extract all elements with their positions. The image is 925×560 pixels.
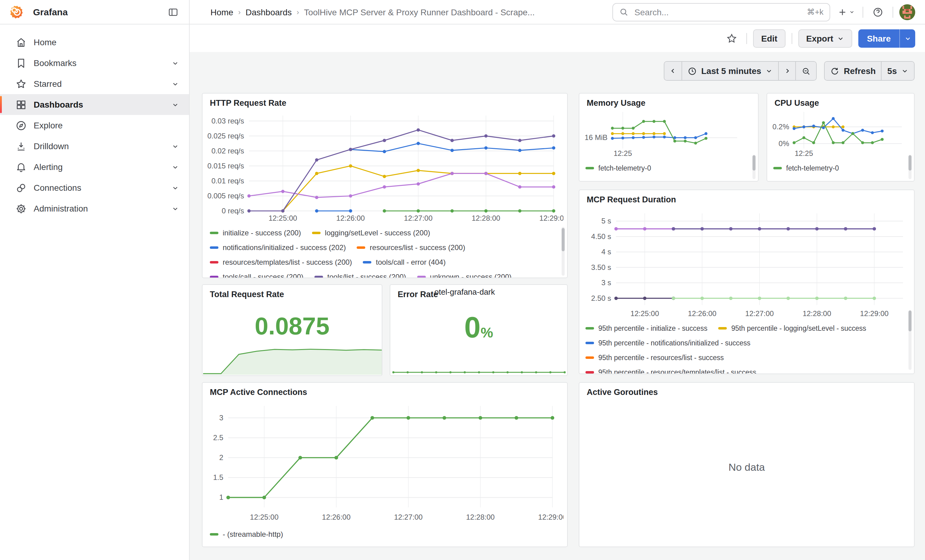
error-rate-sparkline[interactable] (391, 366, 567, 375)
chevron-left-icon (670, 67, 677, 75)
svg-text:0.015 req/s: 0.015 req/s (207, 162, 244, 170)
chevron-down-icon (848, 9, 855, 15)
panel-title[interactable]: MCP Active Connections (210, 387, 307, 397)
legend-item[interactable]: 95th percentile - initialize - success (586, 324, 708, 332)
breadcrumb-item[interactable]: ToolHive MCP Server & Proxy Runner Dashb… (304, 7, 535, 17)
legend-series-color-chip (363, 261, 372, 263)
legend-item[interactable]: notifications/initialized - success (202… (210, 243, 346, 252)
panel-title[interactable]: MCP Request Duration (587, 195, 676, 204)
legend-item[interactable]: - (streamable-http) (210, 530, 283, 539)
legend-item[interactable]: tools/list - success (200) (315, 273, 406, 278)
time-range-picker[interactable]: Last 5 minutes (682, 62, 779, 80)
sidebar-item-dashboards[interactable]: Dashboards (0, 94, 189, 115)
home-icon (15, 36, 27, 48)
top-nav: Grafana Home›Dashboards›ToolHive MCP Ser… (0, 0, 925, 24)
sidebar-item-administration[interactable]: Administration (0, 198, 189, 219)
legend-item[interactable]: logging/setLevel - success (200) (312, 229, 430, 237)
legend-series-color-chip (586, 371, 594, 374)
legend-series-color-chip (210, 246, 218, 249)
svg-text:0.025 req/s: 0.025 req/s (207, 132, 244, 140)
legend-scrollbar-thumb[interactable] (562, 228, 565, 251)
panel-title[interactable]: Memory Usage (587, 98, 645, 108)
legend-item[interactable]: 95th percentile - logging/setLevel - suc… (719, 324, 866, 332)
legend-series-label: resources/list - success (200) (370, 243, 465, 252)
zoom-out-button[interactable] (795, 62, 817, 80)
add-new-button[interactable] (836, 7, 856, 17)
refresh-interval-select[interactable]: 5s (881, 62, 914, 80)
breadcrumb-item[interactable]: Dashboards (246, 7, 292, 17)
svg-text:3: 3 (219, 414, 223, 422)
duration-legend: 95th percentile - initialize - success95… (586, 321, 902, 374)
search-icon (619, 8, 628, 17)
legend-scrollbar-thumb[interactable] (908, 155, 911, 171)
legend-series-color-chip (586, 356, 594, 359)
gear-icon (15, 203, 27, 215)
legend-item[interactable]: fetch-telemetry-0 (586, 164, 651, 172)
panel-title[interactable]: HTTP Request Rate (210, 98, 286, 108)
search-input[interactable] (633, 6, 802, 17)
clock-icon (688, 66, 697, 75)
sidebar-item-explore[interactable]: Explore (0, 115, 189, 136)
svg-text:0.03 req/s: 0.03 req/s (211, 117, 244, 125)
legend-item[interactable]: resources/list - success (200) (357, 243, 465, 252)
legend-row: initialize - success (200)logging/setLev… (210, 225, 554, 240)
sidebar-item-alerting[interactable]: Alerting (0, 156, 189, 177)
favorite-star-button[interactable] (723, 30, 741, 47)
sidebar-item-label: Bookmarks (34, 58, 77, 68)
no-data-message: No data (579, 461, 914, 473)
chevron-down-icon (171, 204, 179, 212)
breadcrumb-item[interactable]: Home (211, 7, 234, 17)
legend-item[interactable]: initialize - success (200) (210, 229, 301, 237)
legend-series-label: fetch-telemetry-0 (598, 164, 651, 172)
refresh-button[interactable]: Refresh (825, 62, 881, 80)
legend-item[interactable]: tools/call - success (200) (210, 273, 303, 278)
legend-item[interactable]: fetch-telemetry-0 (773, 164, 839, 172)
svg-text:4.50 s: 4.50 s (591, 232, 611, 240)
dashboard-toolbar: Edit Export Share (190, 24, 925, 52)
sidebar-item-starred[interactable]: Starred (0, 74, 189, 94)
sidebar-item-label: Dashboards (34, 100, 83, 110)
memory-usage-chart[interactable]: 16 MiB12:25 (582, 108, 754, 159)
edit-button[interactable]: Edit (753, 29, 785, 47)
legend-scrollbar-thumb[interactable] (908, 311, 911, 331)
star-icon (726, 33, 738, 44)
sidebar-item-home[interactable]: Home (0, 32, 189, 53)
legend-item[interactable]: 95th percentile - resources/templates/li… (586, 369, 756, 374)
cpu-legend: fetch-telemetry-0 (773, 161, 850, 178)
svg-text:12:26:00: 12:26:00 (322, 513, 351, 521)
legend-item[interactable]: resources/templates/list - success (200) (210, 258, 352, 267)
panel-title[interactable]: Active Goroutines (587, 387, 658, 397)
legend-scrollbar-thumb[interactable] (752, 155, 756, 171)
grafana-logo-icon[interactable] (10, 5, 24, 19)
cpu-usage-chart[interactable]: 0.2%0%12:25 (770, 108, 910, 159)
user-avatar[interactable] (899, 4, 915, 20)
legend-item[interactable]: tools/call - error (404) (363, 258, 446, 267)
sidebar-item-bookmarks[interactable]: Bookmarks (0, 53, 189, 74)
panel-title[interactable]: Total Request Rate (210, 290, 284, 299)
legend-item[interactable]: 95th percentile - notifications/initiali… (586, 339, 750, 347)
svg-text:12:27:00: 12:27:00 (404, 214, 432, 222)
export-button[interactable]: Export (798, 29, 852, 47)
share-options-button[interactable] (899, 29, 915, 47)
share-button[interactable]: Share (858, 29, 899, 47)
http-request-rate-chart[interactable]: 0 req/s0.005 req/s0.01 req/s0.015 req/s0… (206, 111, 563, 224)
legend-series-color-chip (586, 167, 594, 169)
grafana-dashboard-screen: Grafana Home›Dashboards›ToolHive MCP Ser… (0, 0, 925, 560)
legend-item[interactable]: unknown - success (200) (417, 273, 512, 278)
legend-item[interactable]: 95th percentile - resources/list - succe… (586, 354, 724, 361)
panel-title[interactable]: Error Rate (398, 290, 438, 299)
search-box[interactable]: ⌘+k (612, 3, 830, 21)
mcp-active-connections-chart[interactable]: 11.522.5312:25:0012:26:0012:27:0012:28:0… (206, 401, 563, 523)
sidebar-item-label: Alerting (34, 162, 63, 172)
sidebar-toggle-button[interactable] (164, 3, 182, 21)
panel-title[interactable]: CPU Usage (774, 98, 819, 108)
sidebar-item-drilldown[interactable]: Drilldown (0, 136, 189, 156)
sidebar-item-connections[interactable]: Connections (0, 177, 189, 198)
time-back-button[interactable] (665, 62, 682, 80)
time-forward-button[interactable] (779, 62, 795, 80)
chevron-down-icon (171, 142, 179, 150)
mcp-request-duration-chart[interactable]: 2.50 s3 s3.50 s4 s4.50 s5 s12:25:0012:26… (582, 209, 911, 320)
svg-text:12:29:00: 12:29:00 (539, 214, 563, 222)
help-button[interactable] (869, 3, 886, 21)
top-nav-actions: ⌘+k (612, 3, 915, 21)
